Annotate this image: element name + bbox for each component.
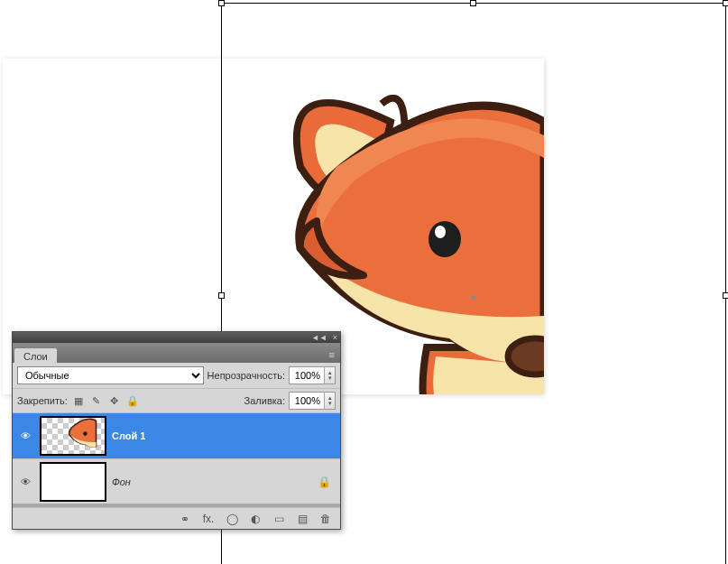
new-group-icon[interactable]: ▭ (272, 512, 286, 526)
panel-topbar: ◄◄ × (13, 332, 340, 343)
visibility-toggle-layer1[interactable]: 👁 (16, 415, 34, 457)
opacity-spinner[interactable]: ▴▾ (324, 367, 335, 384)
new-layer-icon[interactable]: ▤ (295, 512, 309, 526)
link-layers-icon[interactable]: ⚭ (178, 512, 192, 526)
svg-point-2 (435, 226, 446, 238)
opacity-input[interactable] (290, 370, 324, 381)
lock-image-icon[interactable]: ✎ (90, 394, 103, 407)
thumb-fox-icon (54, 418, 106, 456)
opacity-input-group: ▴▾ (289, 366, 336, 384)
layer-item-background[interactable]: 👁 Фон 🔒 (13, 458, 340, 504)
transform-handle-middle-right[interactable] (723, 292, 728, 299)
fill-input-group: ▴▾ (289, 392, 336, 410)
lock-position-icon[interactable]: ✥ (108, 394, 121, 407)
panel-tab-row: Слои ≡ (13, 343, 340, 363)
layer-thumbnail-background[interactable] (40, 462, 106, 502)
transform-handle-top-left[interactable] (218, 0, 225, 6)
lock-transparency-icon[interactable]: ▦ (72, 394, 85, 407)
fill-spinner[interactable]: ▴▾ (324, 393, 335, 409)
panel-close-icon[interactable]: × (333, 334, 337, 342)
fill-input[interactable] (290, 395, 324, 406)
layers-panel: ◄◄ × Слои ≡ Обычные Непрозрачность: ▴▾ З… (12, 331, 341, 530)
layer-mask-icon[interactable]: ◯ (225, 512, 239, 526)
layer-name-1[interactable]: Слой 1 (112, 430, 145, 441)
lock-label: Закрепить: (17, 395, 68, 406)
tab-layers[interactable]: Слои (14, 348, 57, 364)
svg-point-0 (508, 338, 544, 374)
panel-bottom-toolbar: ⚭ fx. ◯ ◐ ▭ ▤ 🗑 (13, 507, 340, 529)
layer-fx-icon[interactable]: fx. (201, 512, 216, 526)
adjustment-layer-icon[interactable]: ◐ (248, 512, 263, 526)
lock-all-icon[interactable]: 🔒 (126, 394, 139, 407)
transform-handle-top-middle[interactable] (470, 0, 476, 6)
blend-opacity-row: Обычные Непрозрачность: ▴▾ (13, 363, 340, 389)
fill-label: Заливка: (244, 395, 285, 406)
layer-thumbnail-1[interactable] (40, 416, 106, 456)
eye-icon: 👁 (21, 476, 31, 487)
blend-mode-select[interactable]: Обычные (17, 366, 204, 384)
delete-layer-icon[interactable]: 🗑 (318, 512, 333, 526)
eye-icon: 👁 (21, 430, 31, 441)
lock-icon: 🔒 (318, 476, 331, 488)
panel-collapse-icon[interactable]: ◄◄ (311, 334, 327, 342)
layer-list: 👁 Слой 1 👁 Фон 🔒 (13, 413, 340, 507)
lock-fill-row: Закрепить: ▦ ✎ ✥ 🔒 Заливка: ▴▾ (13, 389, 340, 413)
layer-name-background[interactable]: Фон (112, 476, 131, 487)
layer-item-1[interactable]: 👁 Слой 1 (13, 413, 340, 458)
opacity-label: Непрозрачность: (207, 370, 285, 381)
svg-point-1 (429, 221, 461, 257)
transform-handle-top-right[interactable] (723, 0, 728, 6)
svg-point-3 (83, 431, 87, 436)
panel-menu-icon[interactable]: ≡ (324, 347, 340, 363)
visibility-toggle-background[interactable]: 👁 (16, 461, 34, 503)
